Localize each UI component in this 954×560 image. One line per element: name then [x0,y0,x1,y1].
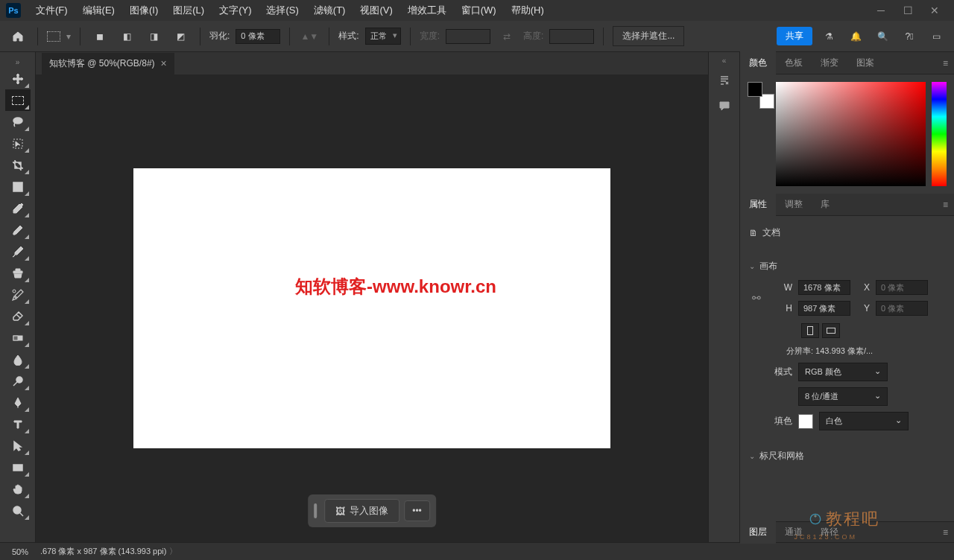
menu-layer[interactable]: 图层(L) [167,1,210,20]
landscape-button[interactable] [822,323,840,338]
tab-adjustments[interactable]: 调整 [776,193,812,216]
eyedropper-tool[interactable] [5,197,31,219]
gradient-tool[interactable] [5,327,31,349]
tab-properties[interactable]: 属性 [740,193,776,216]
contextual-task-bar[interactable]: 🖼 导入图像 ••• [308,494,436,527]
overlay-logo: 教程吧 [809,508,879,530]
new-selection-icon[interactable]: ◼ [89,26,110,47]
import-image-button[interactable]: 🖼 导入图像 [324,499,399,523]
object-selection-tool[interactable] [5,133,31,154]
flask-icon[interactable]: ⚗ [818,26,839,47]
minimize-button[interactable]: ─ [868,1,894,19]
add-selection-icon[interactable]: ◧ [116,26,137,47]
tab-close-icon[interactable]: × [161,57,167,69]
strip-expand-icon[interactable]: « [722,57,727,65]
menu-select[interactable]: 选择(S) [260,1,304,20]
tab-layers[interactable]: 图层 [740,521,776,544]
menu-file[interactable]: 文件(F) [30,1,74,20]
select-subject-button[interactable]: 选择并遮住... [613,26,684,46]
menu-help[interactable]: 帮助(H) [505,1,550,20]
panel-menu-icon[interactable]: ≡ [937,527,954,538]
feather-input[interactable] [236,29,280,44]
rulers-section-header[interactable]: ⌄ 标尺和网格 [749,445,945,467]
main-menu: 文件(F) 编辑(E) 图像(I) 图层(L) 文字(Y) 选择(S) 滤镜(T… [30,1,868,20]
foreground-color-swatch[interactable] [748,82,762,97]
menu-type[interactable]: 文字(Y) [213,1,257,20]
fg-bg-swatches[interactable] [748,82,770,104]
fill-swatch[interactable] [798,414,813,429]
menu-window[interactable]: 窗口(W) [455,1,502,20]
options-bar: ▾ ◼ ◧ ◨ ◩ 羽化: ▲▼ 样式: 正常 宽度: ⇄ 高度: 选择并遮住.… [0,21,954,52]
rectangle-tool[interactable] [5,456,31,478]
menu-filter[interactable]: 滤镜(T) [308,1,352,20]
clone-stamp-tool[interactable] [5,262,31,284]
portrait-button[interactable] [801,323,819,338]
hand-tool[interactable] [5,478,31,500]
comments-panel-icon[interactable] [718,100,730,115]
depth-select[interactable]: 8 位/通道⌄ [798,387,888,406]
search-icon[interactable]: 🔍 [872,26,893,47]
tab-gradients[interactable]: 渐变 [812,51,847,74]
document-icon: 🗎 [749,228,758,238]
intersect-selection-icon[interactable]: ◩ [170,26,191,47]
style-select[interactable]: 正常 [365,28,401,45]
canvas[interactable]: 知软博客-www.knowr.cn [133,168,610,448]
home-icon[interactable] [7,26,28,47]
crop-tool[interactable] [5,154,31,176]
history-brush-tool[interactable] [5,284,31,305]
dodge-tool[interactable] [5,370,31,392]
tab-patterns[interactable]: 图案 [847,51,883,74]
lasso-tool[interactable] [5,111,31,133]
panel-menu-icon[interactable]: ≡ [937,58,954,69]
healing-brush-tool[interactable] [5,219,31,241]
tab-swatches[interactable]: 色板 [776,51,812,74]
svg-point-6 [16,377,22,383]
maximize-button[interactable]: ☐ [894,1,921,19]
close-button[interactable]: ✕ [921,1,948,19]
document-info[interactable]: .678 像素 x 987 像素 (143.993 ppi)〉 [40,546,177,557]
help-icon[interactable]: ?⃝ [899,26,920,47]
menu-view[interactable]: 视图(V) [354,1,398,20]
properties-panel-tabs: 属性 调整 库 ≡ [740,194,954,216]
svg-point-10 [815,515,817,518]
panel-menu-icon[interactable]: ≡ [937,200,954,210]
subtract-selection-icon[interactable]: ◨ [143,26,164,47]
image-icon: 🖼 [335,506,345,517]
path-selection-tool[interactable] [5,435,31,456]
marquee-preset-icon[interactable] [47,31,60,42]
blur-tool[interactable] [5,349,31,370]
hue-slider[interactable] [932,82,947,186]
menu-plugins[interactable]: 增效工具 [402,1,452,20]
tab-libraries[interactable]: 库 [812,193,838,216]
eraser-tool[interactable] [5,305,31,327]
share-button[interactable]: 共享 [777,27,812,45]
mode-select[interactable]: RGB 颜色⌄ [798,363,888,381]
canvas-viewport[interactable]: 知软博客-www.knowr.cn 🖼 导入图像 ••• [36,74,708,542]
document-tab[interactable]: 知软博客 @ 50%(RGB/8#) × [42,53,174,74]
frame-tool[interactable] [5,176,31,197]
brush-tool[interactable] [5,241,31,262]
tab-color[interactable]: 颜色 [740,51,776,74]
pen-tool[interactable] [5,392,31,413]
app-logo: Ps [6,3,21,18]
more-options-button[interactable]: ••• [404,500,430,521]
menu-image[interactable]: 图像(I) [124,1,164,20]
link-icon[interactable]: ⚯ [752,292,761,304]
zoom-tool[interactable] [5,500,31,521]
color-field[interactable] [776,82,926,186]
menu-edit[interactable]: 编辑(E) [77,1,121,20]
paragraph-panel-icon[interactable] [718,74,730,89]
marquee-tool[interactable] [5,89,31,111]
canvas-height-input[interactable] [798,301,850,316]
canvas-section-header[interactable]: ⌄ 画布 [749,255,945,277]
fill-select[interactable]: 白色⌄ [819,412,909,430]
zoom-level[interactable]: 50% [7,546,33,558]
move-tool[interactable] [5,68,31,89]
bell-icon[interactable]: 🔔 [845,26,866,47]
type-tool[interactable] [5,413,31,435]
drag-handle-icon[interactable] [314,503,317,518]
svg-rect-7 [13,465,22,471]
toolbox-expand-icon[interactable]: » [14,57,22,68]
workspace-icon[interactable]: ▭ [926,26,947,47]
canvas-width-input[interactable] [798,280,850,295]
